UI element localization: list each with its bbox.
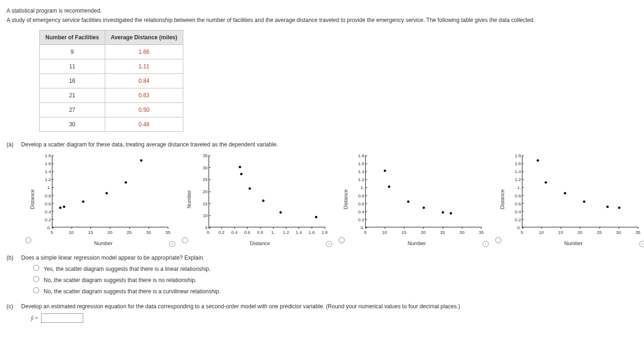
- y-tick: 1.8: [43, 153, 51, 158]
- chart-radio-4[interactable]: [495, 237, 501, 243]
- x-tick: 15: [88, 230, 93, 235]
- table-row: 9 1.66: [40, 45, 183, 59]
- x-tick: 35: [636, 230, 641, 235]
- qb-radio-1[interactable]: [33, 265, 39, 271]
- cell-number: 30: [40, 117, 105, 132]
- x-tick: 15: [401, 230, 406, 235]
- qc-text: Develop an estimated regression equation…: [21, 303, 460, 310]
- chart-radio-2[interactable]: [182, 237, 188, 243]
- y-tick: 1.2: [357, 177, 364, 182]
- chart-option-3[interactable]: DistanceNumber0.0.20.40.60.81.1.21.41.61…: [339, 153, 487, 246]
- y-tick: 0.4: [357, 209, 364, 214]
- qb-option-3[interactable]: No, the scatter diagram suggests that th…: [31, 286, 637, 295]
- data-point: [140, 159, 143, 161]
- x-tick: 0.2: [218, 230, 224, 235]
- data-point: [125, 182, 127, 184]
- cell-distance: 0.50: [105, 103, 183, 117]
- y-tick: 0.8: [514, 193, 521, 198]
- y-tick: 0.6: [43, 201, 51, 206]
- data-point: [442, 211, 444, 214]
- x-tick: 1.6: [309, 230, 315, 235]
- y-tick: 30: [200, 165, 208, 170]
- data-point: [537, 159, 539, 161]
- y-tick: 0.: [43, 225, 51, 230]
- table-row: 16 0.84: [40, 74, 183, 88]
- y-axis-label: Distance: [343, 189, 348, 210]
- x-tick: 0.6: [244, 230, 250, 235]
- x-tick: 30: [459, 230, 464, 235]
- x-tick: 20: [578, 230, 583, 235]
- y-tick: 1.8: [514, 153, 521, 158]
- x-tick: 25: [597, 230, 602, 235]
- info-icon[interactable]: i: [639, 241, 644, 247]
- scatter-chart-4: DistanceNumber0.0.20.40.60.81.1.21.41.61…: [503, 153, 644, 246]
- intro-line1: A statistical program is recommended.: [7, 7, 637, 14]
- y-tick: 0.6: [357, 201, 364, 206]
- chart-option-2[interactable]: NumberDistance51015202530350.0.20.40.60.…: [182, 153, 330, 246]
- qa-label: (a): [7, 141, 20, 148]
- y-tick: 0.8: [43, 193, 51, 198]
- x-tick: 1.8: [321, 230, 327, 235]
- table-row: 11 1.11: [40, 59, 183, 74]
- chart-radio-3[interactable]: [339, 237, 345, 243]
- y-tick: 1.: [514, 185, 521, 190]
- data-point: [544, 182, 547, 184]
- qb-radio-2[interactable]: [33, 276, 39, 282]
- chart-option-1[interactable]: DistanceNumber0.0.20.40.60.81.1.21.41.61…: [25, 153, 174, 246]
- cell-distance: 1.66: [105, 45, 183, 59]
- y-tick: 1.6: [43, 161, 51, 166]
- table-row: 27 0.50: [40, 103, 183, 117]
- data-point: [59, 206, 61, 209]
- x-tick: 20: [421, 230, 426, 235]
- x-tick: 10: [382, 230, 387, 235]
- info-icon[interactable]: i: [483, 241, 489, 247]
- intro-line2: A study of emergency service facilities …: [7, 17, 637, 23]
- chart-option-4[interactable]: DistanceNumber0.0.20.40.60.81.1.21.41.61…: [495, 153, 644, 246]
- y-tick: 0.: [357, 225, 364, 230]
- table-row: 30 0.48: [40, 117, 183, 132]
- data-point: [315, 216, 317, 218]
- data-point: [388, 186, 390, 188]
- cell-number: 16: [40, 74, 105, 88]
- y-axis-label: Distance: [499, 189, 505, 210]
- x-tick: 0.8: [257, 230, 263, 235]
- data-point: [105, 192, 108, 195]
- x-tick: 15: [558, 230, 563, 235]
- qb-option-2[interactable]: No, the scatter diagram suggests that th…: [31, 275, 637, 283]
- y-axis-label: Number: [186, 190, 192, 208]
- regression-equation-input[interactable]: [41, 313, 83, 323]
- qc-label: (c): [7, 303, 20, 310]
- qb-label: (b): [7, 254, 20, 261]
- cell-number: 9: [40, 45, 105, 59]
- y-tick: 0.2: [357, 217, 364, 222]
- cell-number: 27: [40, 103, 105, 117]
- scatter-chart-2: NumberDistance51015202530350.0.20.40.60.…: [190, 153, 330, 246]
- cell-number: 21: [40, 88, 105, 103]
- scatter-chart-1: DistanceNumber0.0.20.40.60.81.1.21.41.61…: [33, 153, 174, 246]
- data-point: [407, 201, 409, 203]
- data-point: [583, 201, 586, 203]
- x-axis-label: Number: [564, 240, 582, 246]
- info-icon[interactable]: i: [169, 241, 175, 247]
- y-tick: 0.4: [514, 209, 521, 214]
- data-point: [262, 199, 264, 202]
- data-point: [240, 173, 242, 175]
- data-point: [606, 206, 608, 208]
- chart-radio-1[interactable]: [25, 237, 31, 243]
- table-header-distance: Average Distance (miles): [105, 30, 183, 45]
- x-tick: 0.4: [232, 230, 238, 235]
- y-tick: 0.4: [43, 209, 51, 214]
- qb-radio-3[interactable]: [33, 287, 39, 293]
- y-tick: 1.6: [514, 161, 521, 166]
- y-tick: 5: [200, 225, 208, 230]
- qb-option-1[interactable]: Yes, the scatter diagram suggests that t…: [31, 263, 637, 272]
- info-icon[interactable]: i: [326, 241, 332, 247]
- y-tick: 1.: [357, 185, 364, 190]
- data-point: [449, 212, 452, 214]
- x-tick: 25: [440, 230, 445, 235]
- data-table: Number of Facilities Average Distance (m…: [39, 30, 183, 132]
- data-point: [618, 206, 620, 209]
- cell-distance: 1.11: [105, 59, 183, 74]
- x-axis-label: Number: [407, 240, 426, 246]
- y-tick: 1.: [43, 185, 51, 190]
